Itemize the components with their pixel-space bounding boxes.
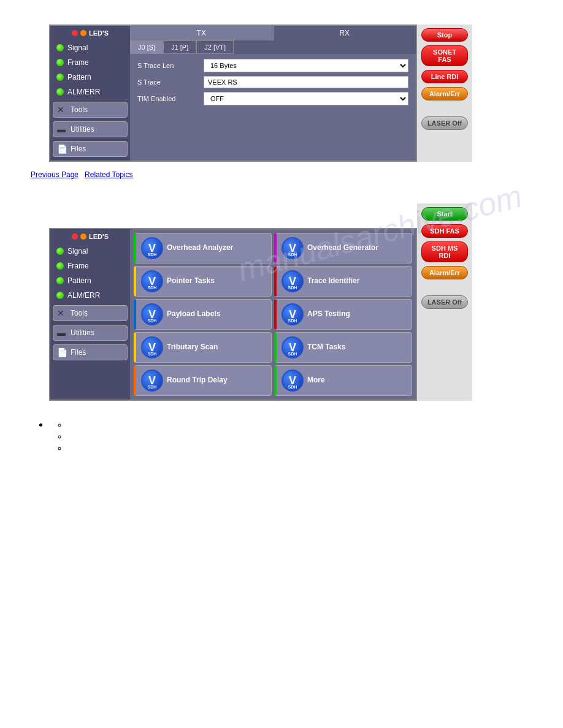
- round-trip-delay-label: Round Trip Delay: [167, 376, 228, 385]
- utilities-label: Utilities: [71, 125, 94, 134]
- payload-labels-label: Payload Labels: [167, 309, 220, 319]
- tools-button2[interactable]: ✕ Tools: [53, 305, 128, 321]
- sidebar-item-pattern[interactable]: Pattern: [53, 71, 128, 83]
- tools-button[interactable]: ✕ Tools: [53, 102, 128, 118]
- line-rdi-button[interactable]: Line RDI: [421, 70, 468, 83]
- sidebar1: LED'S Signal Frame Pattern ALM/ERR ✕ Too…: [50, 26, 130, 161]
- bullet-sub-2: [67, 432, 551, 441]
- utilities-label2: Utilities: [71, 328, 94, 337]
- sdh-ms-rdi-button[interactable]: SDH MS RDI: [421, 241, 468, 262]
- frame-label: Frame: [67, 58, 89, 67]
- stop-button[interactable]: Stop: [421, 28, 468, 42]
- trace-input[interactable]: [204, 76, 408, 88]
- frame-led2: [56, 262, 64, 270]
- alarm-err-button2[interactable]: Alarm/Err: [421, 266, 468, 279]
- tools-icon2: ✕: [57, 308, 67, 318]
- sonet-fas-button[interactable]: SONET FAS: [421, 45, 468, 66]
- related-topics-link[interactable]: Related Topics: [85, 170, 133, 179]
- utilities-button[interactable]: ▬ Utilities: [53, 121, 128, 137]
- almerr-led2: [56, 292, 64, 299]
- tcm-tasks-label: TCM Tasks: [307, 343, 345, 352]
- payload-labels-icon: V SDH: [141, 303, 163, 325]
- pattern-label2: Pattern: [67, 276, 91, 285]
- sidebar-item-signal[interactable]: Signal: [53, 42, 128, 54]
- tcm-tasks-btn[interactable]: V SDH TCM Tasks: [274, 332, 412, 363]
- files-icon: 📄: [57, 144, 67, 154]
- tab-header: TX RX: [130, 26, 416, 40]
- trace-len-select[interactable]: 16 Bytes 64 Bytes: [204, 59, 408, 72]
- sidebar2-item-frame[interactable]: Frame: [53, 260, 128, 272]
- tributary-scan-btn[interactable]: V SDH Tributary Scan: [134, 332, 272, 363]
- overhead-generator-label: Overhead Generator: [307, 243, 378, 253]
- almerr-led: [56, 88, 64, 96]
- bullet-sub-1: [67, 420, 551, 430]
- sdh-label-9: SDH: [148, 385, 157, 389]
- sidebar2-item-almerr[interactable]: ALM/ERR: [53, 289, 128, 301]
- overhead-analyzer-btn[interactable]: V SDH Overhead Analyzer: [134, 233, 272, 264]
- start-button[interactable]: Start: [421, 207, 468, 221]
- subtab-j2[interactable]: J2 [VT]: [196, 40, 234, 54]
- tim-label: TIM Enabled: [137, 95, 199, 102]
- signal-label: Signal: [67, 44, 88, 52]
- more-btn[interactable]: V SDH More: [274, 365, 412, 396]
- form-row-trace: S Trace: [137, 76, 408, 88]
- overhead-generator-icon: V SDH: [282, 237, 304, 259]
- aps-testing-icon: V SDH: [282, 303, 304, 325]
- more-label: More: [307, 376, 325, 385]
- pattern-label: Pattern: [67, 73, 91, 82]
- utilities-button2[interactable]: ▬ Utilities: [53, 325, 128, 341]
- sidebar2-item-pattern[interactable]: Pattern: [53, 275, 128, 287]
- tools-label2: Tools: [71, 309, 88, 317]
- leds-row: LED'S: [53, 29, 128, 37]
- sdh-label-2: SDH: [288, 252, 297, 257]
- sdh-label-7: SDH: [148, 352, 157, 356]
- files-button2[interactable]: 📄 Files: [53, 344, 128, 360]
- payload-labels-btn[interactable]: V SDH Payload Labels: [134, 299, 272, 330]
- prev-page-link[interactable]: Previous Page: [31, 170, 79, 179]
- sidebar2-item-signal[interactable]: Signal: [53, 245, 128, 257]
- panel1-main: TX RX J0 [S] J1 [P] J2 [VT] S Trace Len …: [130, 26, 416, 161]
- tim-select[interactable]: OFF ON: [204, 92, 408, 105]
- sdh-label-3: SDH: [148, 286, 157, 290]
- utilities-icon: ▬: [57, 124, 67, 134]
- sidebar-item-frame[interactable]: Frame: [53, 56, 128, 69]
- subtab-j0[interactable]: J0 [S]: [130, 40, 163, 54]
- sdh-label-1: SDH: [148, 252, 157, 257]
- aps-testing-label: APS Testing: [307, 309, 350, 319]
- overhead-analyzer-label: Overhead Analyzer: [167, 243, 233, 253]
- trace-label: S Trace: [137, 78, 199, 86]
- files-label: Files: [71, 145, 86, 153]
- grid-main: V SDH Overhead Analyzer V SDH Overhead G…: [130, 229, 416, 400]
- laser-off-button2[interactable]: LASER Off: [421, 295, 468, 309]
- frame-label2: Frame: [67, 262, 89, 270]
- files-button[interactable]: 📄 Files: [53, 141, 128, 157]
- aps-testing-btn[interactable]: V SDH APS Testing: [274, 299, 412, 330]
- sdh-fas-button[interactable]: SDH FAS: [421, 224, 468, 238]
- led-orange2: [80, 233, 86, 240]
- sidebar-item-almerr[interactable]: ALM/ERR: [53, 86, 128, 98]
- led-red2: [72, 233, 78, 240]
- trace-identifier-label: Trace Identifier: [307, 276, 359, 286]
- tcm-tasks-icon: V SDH: [282, 336, 304, 358]
- form-row-trace-len: S Trace Len 16 Bytes 64 Bytes: [137, 59, 408, 72]
- round-trip-delay-btn[interactable]: V SDH Round Trip Delay: [134, 365, 272, 396]
- tributary-scan-icon: V SDH: [141, 336, 163, 358]
- tributary-scan-label: Tributary Scan: [167, 343, 218, 352]
- signal-led2: [56, 248, 64, 255]
- pointer-tasks-btn[interactable]: V SDH Pointer Tasks: [134, 266, 272, 297]
- tab-rx[interactable]: RX: [274, 26, 416, 40]
- subtab-j1[interactable]: J1 [P]: [163, 40, 196, 54]
- laser-off-button[interactable]: LASER Off: [421, 116, 468, 130]
- panel1: LED'S Signal Frame Pattern ALM/ERR ✕ Too…: [49, 25, 417, 162]
- leds-row2: LED'S: [53, 233, 128, 240]
- almerr-label2: ALM/ERR: [67, 291, 100, 300]
- overhead-generator-btn[interactable]: V SDH Overhead Generator: [274, 233, 412, 264]
- overhead-analyzer-icon: V SDH: [141, 237, 163, 259]
- panel2: LED'S Signal Frame Pattern ALM/ERR ✕ Too…: [49, 228, 417, 401]
- links-area: Previous Page Related Topics: [31, 170, 551, 179]
- trace-identifier-btn[interactable]: V SDH Trace Identifier: [274, 266, 412, 297]
- tab-tx[interactable]: TX: [130, 26, 274, 40]
- pointer-tasks-icon: V SDH: [141, 270, 163, 292]
- files-icon2: 📄: [57, 347, 67, 357]
- alarm-err-button[interactable]: Alarm/Err: [421, 87, 468, 100]
